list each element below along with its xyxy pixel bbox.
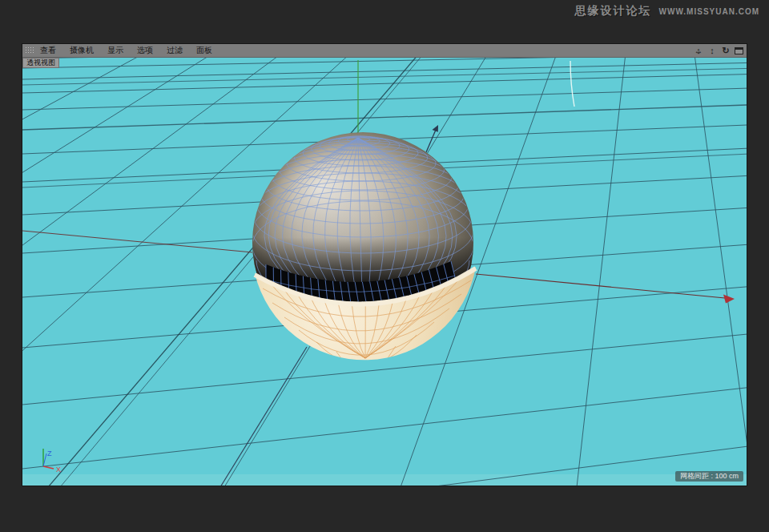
menu-options[interactable]: 选项: [137, 44, 153, 57]
view-name-label[interactable]: 透视视图: [22, 58, 59, 68]
menu-view[interactable]: 查看: [40, 44, 56, 57]
viewport-menubar: 查看 摄像机 显示 选项 过滤 面板 ↔ ↕ ↕ ↻: [22, 44, 747, 58]
axis-x-label: X: [56, 466, 61, 474]
drag-handle-icon[interactable]: [25, 46, 34, 54]
c4d-window: 思缘设计论坛 WWW.MISSYUAN.COM: [0, 0, 769, 532]
menu-camera[interactable]: 摄像机: [70, 44, 94, 57]
grid-spacing-status: 网格间距 : 100 cm: [675, 471, 743, 482]
menu-filter[interactable]: 过滤: [167, 44, 183, 57]
rotate-icon[interactable]: ↻: [721, 46, 731, 55]
menu-panel[interactable]: 面板: [196, 44, 212, 57]
pan-icon[interactable]: ↔ ↕: [694, 46, 703, 55]
watermark: 思缘设计论坛 WWW.MISSYUAN.COM: [575, 4, 759, 18]
watermark-url: WWW.MISSYUAN.COM: [659, 7, 759, 16]
world-axis-gizmo: Z X: [43, 449, 61, 474]
menu-display[interactable]: 显示: [107, 44, 123, 57]
axis-z-label: Z: [47, 449, 52, 457]
viewport-nav-icons: ↔ ↕ ↕ ↻: [694, 46, 743, 55]
perspective-viewport[interactable]: Z X 查看 摄像机 显示 选项 过滤 面板 ↔ ↕ ↕ ↻ 透视视图: [22, 44, 747, 486]
watermark-brand: 思缘设计论坛: [575, 4, 652, 18]
scene-canvas[interactable]: Z X: [22, 44, 747, 486]
zoom-icon[interactable]: ↕: [707, 46, 717, 55]
maximize-view-icon[interactable]: [735, 47, 743, 54]
